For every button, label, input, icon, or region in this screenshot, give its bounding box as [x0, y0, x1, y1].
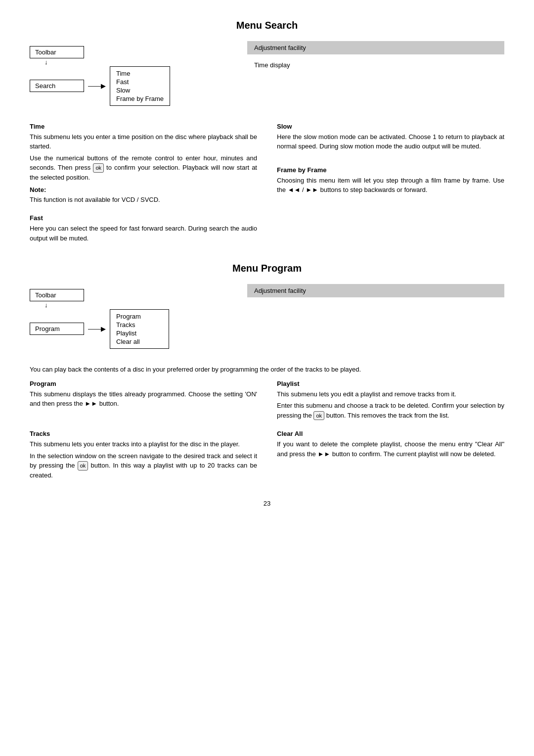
program-menu-items-box: Program Tracks Playlist Clear all: [110, 309, 169, 349]
search-time-note: Note:: [30, 185, 257, 195]
search-toolbar-box: Toolbar: [30, 46, 84, 58]
program-playlist-ok-ref: ok: [313, 411, 324, 421]
program-tracks-heading: Tracks: [30, 430, 257, 437]
search-time-section: Time This submenu lets you enter a time …: [30, 123, 257, 205]
search-fbf-heading: Frame by Frame: [277, 166, 504, 174]
program-adjustment-bar: Adjustment facility: [247, 284, 504, 297]
search-diagram-right: Adjustment facility Time display: [247, 41, 504, 111]
search-slow-para: Here the slow motion mode can be activat…: [277, 132, 504, 151]
menu-search-section: Menu Search Toolbar ↓ Search ——▶ Time Fa…: [30, 20, 504, 243]
program-tracks-para1: This submenu lets you enter tracks into …: [30, 439, 257, 449]
search-fast-section: Fast Here you can select the speed for f…: [30, 214, 257, 243]
search-slow-section: Slow Here the slow motion mode can be ac…: [277, 123, 504, 205]
search-tree-diagram: Toolbar ↓ Search ——▶ Time Fast Slow Fram…: [30, 41, 237, 111]
menu-program-title: Menu Program: [30, 263, 504, 274]
program-down-arrow: ↓: [30, 301, 237, 309]
menu-item-slow: Slow: [116, 87, 164, 94]
program-content-grid: Program This submenu displays the titles…: [30, 380, 504, 480]
program-diagram-left: Toolbar ↓ Program ——▶ Program Tracks Pla…: [30, 284, 237, 354]
program-tracks-ok-ref: ok: [78, 461, 89, 471]
program-row: Program ——▶ Program Tracks Playlist Clea…: [30, 309, 237, 349]
search-row: Search ——▶ Time Fast Slow Frame by Frame: [30, 66, 237, 106]
search-time-para2: Use the numerical buttons of the remote …: [30, 153, 257, 183]
search-time-heading: Time: [30, 123, 257, 130]
search-adjustment-text: Time display: [247, 59, 504, 71]
search-fast-para: Here you can select the speed for fast f…: [30, 224, 257, 243]
program-toolbar-box: Toolbar: [30, 289, 84, 301]
program-intro: You can play back the contents of a disc…: [30, 366, 504, 373]
program-playlist-para1: This submenu lets you edit a playlist an…: [277, 389, 504, 399]
program-clearall-section: Clear All If you want to delete the comp…: [277, 430, 504, 480]
search-label-box: Search: [30, 80, 84, 92]
program-program-para: This submenu displays the titles already…: [30, 389, 257, 409]
search-ok-button-ref: ok: [93, 163, 104, 173]
search-menu-items-box: Time Fast Slow Frame by Frame: [110, 66, 170, 106]
page-number: 23: [30, 500, 504, 507]
prog-menu-item-tracks: Tracks: [116, 321, 163, 329]
search-adjustment-bar: Adjustment facility: [247, 41, 504, 54]
program-clearall-heading: Clear All: [277, 430, 504, 437]
search-note-text: This function is not available for VCD /…: [30, 195, 257, 205]
program-tracks-section: Tracks This submenu lets you enter track…: [30, 430, 257, 480]
search-content-grid: Time This submenu lets you enter a time …: [30, 123, 504, 243]
program-diagram-area: Toolbar ↓ Program ——▶ Program Tracks Pla…: [30, 284, 504, 354]
program-diagram-right: Adjustment facility: [247, 284, 504, 354]
program-tree-diagram: Toolbar ↓ Program ——▶ Program Tracks Pla…: [30, 284, 237, 354]
search-diagram-left: Toolbar ↓ Search ——▶ Time Fast Slow Fram…: [30, 41, 237, 111]
program-playlist-section: Playlist This submenu lets you edit a pl…: [277, 380, 504, 421]
search-fast-heading: Fast: [30, 214, 257, 222]
menu-item-frame: Frame by Frame: [116, 95, 164, 102]
menu-program-section: Menu Program Toolbar ↓ Program ——▶ Progr…: [30, 263, 504, 480]
program-playlist-para2: Enter this submenu and choose a track to…: [277, 401, 504, 420]
search-note-label: Note:: [30, 186, 46, 193]
search-right-arrow: ——▶: [84, 82, 110, 90]
prog-menu-item-playlist: Playlist: [116, 330, 163, 337]
search-fbf-para: Choosing this menu item will let you ste…: [277, 176, 504, 195]
prog-menu-item-clearall: Clear all: [116, 338, 163, 345]
program-label-box: Program: [30, 323, 84, 335]
program-tracks-para2: In the selection window on the screen na…: [30, 451, 257, 480]
menu-search-title: Menu Search: [30, 20, 504, 31]
search-time-para1: This submenu lets you enter a time posit…: [30, 132, 257, 151]
search-empty-right: [277, 214, 504, 243]
search-diagram-area: Toolbar ↓ Search ——▶ Time Fast Slow Fram…: [30, 41, 504, 111]
menu-item-fast: Fast: [116, 78, 164, 86]
menu-item-time: Time: [116, 70, 164, 77]
program-program-section: Program This submenu displays the titles…: [30, 380, 257, 421]
program-clearall-para: If you want to delete the complete playl…: [277, 439, 504, 459]
prog-menu-item-program: Program: [116, 313, 163, 320]
search-down-arrow: ↓: [30, 58, 237, 66]
search-slow-heading: Slow: [277, 123, 504, 130]
program-program-heading: Program: [30, 380, 257, 387]
program-right-arrow: ——▶: [84, 325, 110, 332]
program-playlist-heading: Playlist: [277, 380, 504, 387]
